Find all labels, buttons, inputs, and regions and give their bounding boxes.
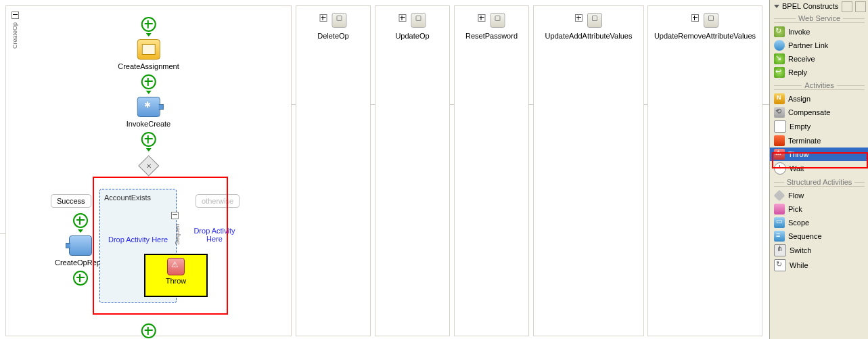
expand-icon[interactable] [691,14,699,22]
palette-item-pick[interactable]: Pick [770,202,868,216]
add-node-button[interactable] [73,271,88,286]
sequence-side-label: Sequen [174,224,181,245]
palette-item-wait[interactable]: Wait [770,161,868,176]
case-otherwise-chip[interactable]: otherwise [196,194,239,208]
empty-icon [774,120,786,133]
branch-update-remove-attr[interactable]: UpdateRemoveAttributeValues [647,5,762,336]
assign-node[interactable] [137,39,160,60]
palette-group-activities: Activities [774,81,865,90]
bpel-canvas[interactable]: CreateOp CreateAssignment InvokeCreate S… [0,0,769,339]
palette-item-assign[interactable]: Assign [770,92,868,106]
add-node-button[interactable] [141,17,156,32]
flow-icon [774,190,785,202]
scope-icon [774,217,785,228]
drop-target[interactable]: Drop Activity Here [104,235,172,244]
reply-icon [774,67,785,78]
palette-item-while[interactable]: While [770,258,868,273]
branch-update-op[interactable]: UpdateOp [375,5,450,336]
arrow-icon [146,91,152,94]
scope-icon [704,13,718,28]
palette-group-structured: Structured Activities [774,178,865,187]
add-node-button[interactable] [141,74,156,89]
add-node-button[interactable] [141,323,156,338]
scope-icon [490,13,505,28]
arrow-icon [146,148,152,152]
receive-icon [774,53,785,64]
add-node-button[interactable] [141,132,156,147]
reply-node[interactable] [69,235,92,256]
palette-group-web-service: Web Service [774,14,865,23]
assign-label: CreateAssignment [118,62,179,70]
branch-reset-password[interactable]: ResetPassword [454,5,529,336]
case-title: AccountExists [104,194,172,202]
palette-item-invoke[interactable]: Invoke [770,25,868,39]
scope-icon [411,13,426,28]
success-branch-column: CreateOpReply [55,209,106,290]
dragging-throw-activity[interactable]: Throw [144,254,208,297]
palette-item-sequence[interactable]: Sequence [770,229,868,243]
component-palette[interactable]: BPEL Constructs Web Service Invoke Partn… [769,0,868,339]
compensate-icon [774,107,785,118]
palette-item-receive[interactable]: Receive [770,52,868,66]
switch-gateway[interactable] [138,155,159,176]
palette-toolbar [842,1,866,12]
expand-icon[interactable] [398,14,406,22]
branch-label: UpdateAddAttributeValues [534,32,643,40]
palette-tool-icon[interactable] [855,1,866,12]
branch-update-add-attr[interactable]: UpdateAddAttributeValues [533,5,644,336]
branch-delete-op[interactable]: DeleteOp [296,5,371,336]
scope-side-label: CreateOp [12,22,18,49]
drop-target-otherwise[interactable]: Drop Activity Here [190,227,239,243]
sequence-icon [774,231,785,242]
assign-icon [774,93,785,104]
invoke-icon [774,26,785,37]
palette-item-scope[interactable]: Scope [770,216,868,229]
branch-label: DeleteOp [296,32,370,40]
palette-item-partner-link[interactable]: Partner Link [770,39,868,52]
palette-item-switch[interactable]: Switch [770,243,868,258]
palette-item-reply[interactable]: Reply [770,66,868,79]
palette-item-empty[interactable]: Empty [770,119,868,134]
palette-item-flow[interactable]: Flow [770,189,868,202]
add-node-button[interactable] [73,213,88,228]
branch-label: UpdateRemoveAttributeValues [648,32,762,40]
expand-icon[interactable] [478,14,485,22]
throw-icon [167,258,185,275]
expand-icon[interactable] [319,14,327,22]
palette-title-text: BPEL Constructs [782,2,838,10]
pick-icon [774,204,785,214]
while-icon [774,259,786,271]
throw-label: Throw [145,277,206,285]
branch-label: UpdateOp [375,32,449,40]
collapse-icon[interactable] [12,12,19,19]
palette-item-throw[interactable]: Throw [770,148,868,161]
chevron-down-icon [774,5,779,8]
branch-label: ResetPassword [455,32,528,40]
arrow-icon [78,229,83,233]
scope-icon [332,13,347,28]
palette-item-terminate[interactable]: Terminate [770,134,868,148]
reply-label: CreateOpReply [55,258,106,267]
invoke-node[interactable] [137,97,160,117]
palette-tool-icon[interactable] [842,1,852,12]
partner-link-icon [774,40,785,51]
sequence-collapse[interactable] [171,212,178,221]
throw-icon [774,149,785,160]
palette-item-compensate[interactable]: Compensate [770,106,868,119]
invoke-label: InvokeCreate [127,120,170,128]
terminate-icon [774,135,785,146]
wait-icon [774,162,786,175]
expand-icon[interactable] [575,14,583,22]
branch-create-op[interactable]: CreateOp CreateAssignment InvokeCreate S… [5,5,292,336]
scope-icon [587,13,602,28]
arrow-icon [146,33,152,37]
switch-icon [774,244,786,256]
case-success-chip[interactable]: Success [51,194,91,208]
